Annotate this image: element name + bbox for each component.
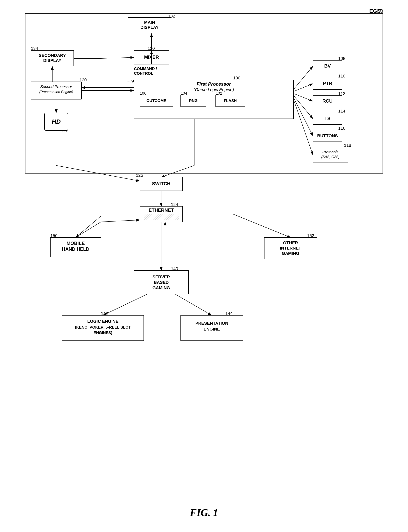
svg-line-43 bbox=[76, 216, 101, 237]
first-processor-label2: (Game Logic Engine) bbox=[194, 87, 234, 92]
ref-106: 106 bbox=[140, 91, 146, 95]
command-control-label2: CONTROL bbox=[134, 71, 153, 76]
main-display-label2: DISPLAY bbox=[140, 25, 159, 30]
ref-108: 108 bbox=[338, 56, 345, 61]
svg-line-53 bbox=[103, 294, 148, 315]
svg-line-21 bbox=[293, 93, 313, 101]
ref-152: 152 bbox=[307, 233, 314, 238]
svg-line-47 bbox=[233, 214, 290, 237]
ref-110: 110 bbox=[338, 74, 345, 78]
logic-engine-label2: (KENO, POKER, 5-REEL SLOT bbox=[75, 325, 131, 329]
diagram-wrapper: EGM 50 MAIN DISPLAY 132 MIXER 130 SECOND… bbox=[19, 8, 389, 495]
rcu-label: RCU bbox=[323, 98, 332, 104]
ts-label: TS bbox=[324, 116, 331, 121]
flash-label: FLASH bbox=[224, 98, 237, 103]
ref-120: 120 bbox=[80, 78, 87, 82]
mobile-label2: HAND HELD bbox=[62, 246, 89, 252]
switch-label: SWITCH bbox=[152, 181, 170, 186]
svg-line-19 bbox=[293, 66, 313, 89]
rng-label: RNG bbox=[189, 98, 198, 103]
svg-line-20 bbox=[293, 84, 313, 91]
pres-engine-label2: ENGINE bbox=[204, 327, 220, 331]
ref-122: 122 bbox=[61, 129, 68, 133]
first-processor-label: First Processor bbox=[197, 81, 231, 87]
ref-116: 116 bbox=[338, 126, 345, 131]
pres-engine-label: PRESENTATION bbox=[195, 321, 228, 326]
protocols-label2: (SAS, G2S) bbox=[321, 155, 340, 159]
outcome-label: OUTCOME bbox=[146, 98, 166, 103]
hd-label: HD bbox=[52, 118, 61, 125]
ref-126: 126 bbox=[136, 173, 143, 178]
second-processor-label2: (Presentation Engine) bbox=[39, 90, 73, 94]
server-label: SERVER bbox=[153, 274, 170, 279]
buttons-label: BUTTONS bbox=[317, 133, 338, 138]
logic-engine-label3: ENGINES) bbox=[94, 331, 112, 335]
secondary-display-label: SECONDARY bbox=[39, 53, 66, 58]
server-label3: GAMING bbox=[153, 285, 170, 290]
page-container: EGM 50 MAIN DISPLAY 132 MIXER 130 SECOND… bbox=[19, 8, 389, 518]
ref-104: 104 bbox=[181, 91, 187, 95]
logic-engine-label: LOGIC ENGINE bbox=[87, 319, 119, 324]
egm-number: 50 bbox=[377, 8, 383, 14]
ref-144: 144 bbox=[225, 311, 233, 316]
server-label2: BASED bbox=[154, 280, 169, 285]
second-processor-label: Second Processor bbox=[40, 85, 72, 89]
ref-112: 112 bbox=[338, 91, 345, 96]
svg-line-33 bbox=[161, 166, 194, 177]
secondary-display-label2: DISPLAY bbox=[43, 58, 61, 63]
ref-134: 134 bbox=[31, 46, 38, 51]
protocols-label: Protocols bbox=[322, 150, 338, 154]
ref-102: 102 bbox=[216, 91, 222, 95]
ref-118: 118 bbox=[344, 143, 351, 148]
ref-150: 150 bbox=[50, 233, 58, 238]
other-gaming-label3: GAMING bbox=[282, 251, 299, 256]
svg-line-24 bbox=[293, 99, 313, 155]
ptr-label: PTR bbox=[323, 81, 332, 86]
bv-label: BV bbox=[324, 63, 331, 69]
ref-130: 130 bbox=[148, 46, 155, 51]
svg-line-45 bbox=[101, 220, 140, 222]
svg-rect-38 bbox=[144, 214, 179, 220]
mobile-label: MOBILE bbox=[67, 241, 85, 246]
other-gaming-label2: INTERNET bbox=[280, 246, 301, 251]
svg-line-23 bbox=[293, 97, 313, 136]
ref-124: 124 bbox=[171, 202, 178, 207]
figure-label: FIG. 1 bbox=[190, 507, 218, 518]
ethernet-label: ETHERNET bbox=[149, 208, 174, 213]
svg-line-44 bbox=[76, 222, 101, 237]
main-diagram: EGM 50 MAIN DISPLAY 132 MIXER 130 SECOND… bbox=[19, 8, 389, 494]
other-gaming-label: OTHER bbox=[283, 240, 298, 245]
svg-line-54 bbox=[175, 294, 212, 315]
ref-100: 100 bbox=[233, 76, 240, 80]
ref-114: 114 bbox=[338, 109, 345, 113]
command-control-label: COMMAND / bbox=[134, 67, 157, 71]
main-display-label: MAIN bbox=[144, 20, 155, 25]
ref-132: 132 bbox=[168, 14, 175, 18]
ref-140: 140 bbox=[171, 266, 178, 271]
svg-line-30 bbox=[101, 57, 134, 58]
